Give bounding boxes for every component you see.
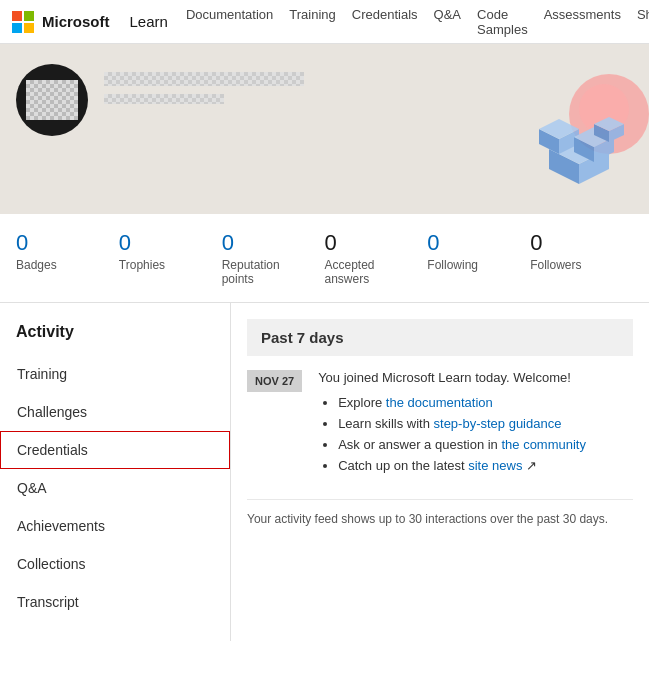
trophies-value: 0: [119, 230, 131, 256]
logo-area: Microsoft: [12, 11, 110, 33]
sidebar-item-transcript[interactable]: Transcript: [0, 583, 230, 621]
stat-badges: 0 Badges: [16, 230, 119, 286]
list-item-0-prefix: Explore: [338, 395, 386, 410]
welcome-message: You joined Microsoft Learn today. Welcom…: [318, 370, 571, 385]
stat-following: 0 Following: [427, 230, 530, 286]
badges-label: Badges: [16, 258, 57, 272]
activity-content: Past 7 days NOV 27 You joined Microsoft …: [230, 303, 649, 641]
main-layout: Activity Training Challenges Credentials…: [0, 303, 649, 641]
list-item-3-prefix: Catch up on the latest: [338, 458, 468, 473]
nav-code-samples[interactable]: Code Samples: [477, 7, 528, 37]
sidebar-item-qa[interactable]: Q&A: [0, 469, 230, 507]
nav-documentation[interactable]: Documentation: [186, 7, 273, 37]
accepted-answers-value: 0: [324, 230, 336, 256]
activity-footer: Your activity feed shows up to 30 intera…: [247, 499, 633, 526]
profile-name-area: [104, 72, 304, 104]
svg-rect-1: [24, 11, 34, 21]
svg-rect-3: [24, 23, 34, 33]
guidance-link[interactable]: step-by-step guidance: [434, 416, 562, 431]
list-item-2-prefix: Ask or answer a question in: [338, 437, 501, 452]
nav-links: Documentation Training Credentials Q&A C…: [186, 7, 649, 37]
followers-value: 0: [530, 230, 542, 256]
svg-rect-2: [12, 23, 22, 33]
profile-banner: [0, 44, 649, 214]
activity-list: Explore the documentation Learn skills w…: [318, 395, 586, 473]
sidebar-item-achievements[interactable]: Achievements: [0, 507, 230, 545]
nav-qa[interactable]: Q&A: [434, 7, 461, 37]
learn-label[interactable]: Learn: [130, 13, 168, 30]
sidebar: Activity Training Challenges Credentials…: [0, 303, 230, 641]
avatar-image: [26, 80, 78, 120]
nav-training[interactable]: Training: [289, 7, 335, 37]
avatar: [16, 64, 88, 136]
stat-trophies: 0 Trophies: [119, 230, 222, 286]
nav-credentials[interactable]: Credentials: [352, 7, 418, 37]
sidebar-heading: Activity: [0, 323, 230, 355]
followers-label: Followers: [530, 258, 581, 272]
microsoft-logo-icon: [12, 11, 34, 33]
sidebar-item-challenges[interactable]: Challenges: [0, 393, 230, 431]
banner-decoration: [479, 54, 649, 214]
period-header: Past 7 days: [247, 319, 633, 356]
trophies-label: Trophies: [119, 258, 165, 272]
stat-reputation: 0 Reputation points: [222, 230, 325, 286]
sidebar-item-credentials[interactable]: Credentials: [0, 431, 230, 469]
top-nav: Microsoft Learn Documentation Training C…: [0, 0, 649, 44]
external-icon: ↗: [522, 458, 537, 473]
sidebar-item-training[interactable]: Training: [0, 355, 230, 393]
list-item: Learn skills with step-by-step guidance: [338, 416, 586, 431]
following-label: Following: [427, 258, 478, 272]
nav-shows[interactable]: Shows: [637, 7, 649, 37]
list-item: Ask or answer a question in the communit…: [338, 437, 586, 452]
profile-name-bar: [104, 72, 304, 86]
community-link[interactable]: the community: [501, 437, 586, 452]
svg-rect-0: [12, 11, 22, 21]
nav-assessments[interactable]: Assessments: [544, 7, 621, 37]
stats-bar: 0 Badges 0 Trophies 0 Reputation points …: [0, 214, 649, 303]
documentation-link[interactable]: the documentation: [386, 395, 493, 410]
microsoft-text: Microsoft: [42, 13, 110, 30]
stat-followers: 0 Followers: [530, 230, 633, 286]
activity-entry: NOV 27 You joined Microsoft Learn today.…: [247, 370, 633, 479]
badges-value: 0: [16, 230, 28, 256]
sidebar-item-collections[interactable]: Collections: [0, 545, 230, 583]
following-value: 0: [427, 230, 439, 256]
list-item: Explore the documentation: [338, 395, 586, 410]
activity-welcome-text: You joined Microsoft Learn today. Welcom…: [318, 370, 586, 479]
reputation-label: Reputation points: [222, 258, 313, 286]
reputation-value: 0: [222, 230, 234, 256]
site-news-link[interactable]: site news: [468, 458, 522, 473]
list-item: Catch up on the latest site news ↗: [338, 458, 586, 473]
date-badge: NOV 27: [247, 370, 302, 392]
list-item-1-prefix: Learn skills with: [338, 416, 433, 431]
stat-accepted-answers: 0 Accepted answers: [324, 230, 427, 286]
profile-sub-bar: [104, 94, 224, 104]
accepted-answers-label: Accepted answers: [324, 258, 415, 286]
